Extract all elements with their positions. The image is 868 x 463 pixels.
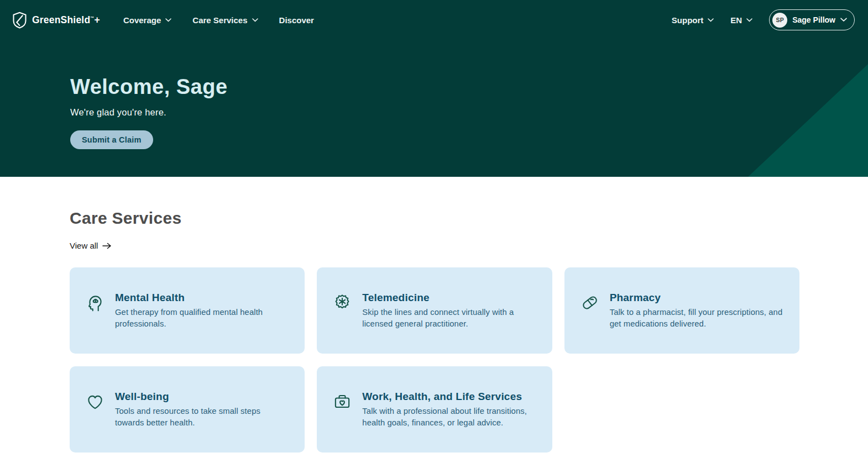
submit-claim-button[interactable]: Submit a Claim bbox=[70, 130, 153, 149]
top-navigation-bar: GreenShield™+ Coverage Care Services Dis… bbox=[0, 0, 868, 40]
chevron-down-icon bbox=[840, 18, 847, 22]
support-label: Support bbox=[672, 15, 704, 25]
shield-logo-icon bbox=[12, 12, 27, 29]
well-being-icon bbox=[85, 391, 106, 412]
support-menu[interactable]: Support bbox=[672, 15, 714, 25]
card-description: Tools and resources to take small steps … bbox=[115, 406, 289, 428]
care-services-section: Care Services View all Mental Health Get… bbox=[0, 209, 868, 453]
mental-health-icon bbox=[85, 292, 106, 313]
card-description: Skip the lines and connect virtually wit… bbox=[362, 307, 536, 329]
nav-item-care-services[interactable]: Care Services bbox=[192, 15, 258, 25]
primary-nav: Coverage Care Services Discover bbox=[123, 15, 314, 25]
view-all-link[interactable]: View all bbox=[70, 241, 111, 250]
arrow-right-icon bbox=[102, 243, 111, 249]
work-health-life-icon bbox=[332, 391, 353, 412]
nav-item-coverage[interactable]: Coverage bbox=[123, 15, 171, 25]
care-services-grid: Mental Health Get therapy from qualified… bbox=[70, 267, 799, 453]
card-pharmacy[interactable]: Pharmacy Talk to a pharmacist, fill your… bbox=[564, 267, 799, 354]
section-title: Care Services bbox=[70, 209, 799, 228]
card-telemedicine[interactable]: Telemedicine Skip the lines and connect … bbox=[317, 267, 552, 354]
card-mental-health[interactable]: Mental Health Get therapy from qualified… bbox=[70, 267, 305, 354]
card-title: Well-being bbox=[115, 391, 289, 403]
card-description: Talk to a pharmacist, fill your prescrip… bbox=[610, 307, 784, 329]
card-well-being[interactable]: Well-being Tools and resources to take s… bbox=[70, 366, 305, 453]
brand-logo[interactable]: GreenShield™+ bbox=[12, 12, 100, 29]
hero-title: Welcome, Sage bbox=[70, 75, 868, 99]
hero-banner: GreenShield™+ Coverage Care Services Dis… bbox=[0, 0, 868, 177]
telemedicine-icon bbox=[332, 292, 353, 313]
chevron-down-icon bbox=[746, 18, 752, 22]
nav-item-label: Discover bbox=[279, 15, 314, 25]
header-right-cluster: Support EN SP Sage Pillow bbox=[672, 9, 855, 30]
hero-subtitle: We're glad you're here. bbox=[70, 107, 868, 118]
card-description: Get therapy from qualified mental health… bbox=[115, 307, 289, 329]
chevron-down-icon bbox=[165, 18, 171, 22]
language-selector[interactable]: EN bbox=[730, 15, 752, 25]
card-work-health-life[interactable]: Work, Health, and Life Services Talk wit… bbox=[317, 366, 552, 453]
pharmacy-icon bbox=[579, 292, 600, 313]
user-account-menu[interactable]: SP Sage Pillow bbox=[769, 9, 855, 30]
nav-item-label: Coverage bbox=[123, 15, 161, 25]
avatar: SP bbox=[772, 13, 787, 28]
language-label: EN bbox=[730, 15, 742, 25]
card-title: Mental Health bbox=[115, 292, 289, 304]
chevron-down-icon bbox=[708, 18, 714, 22]
chevron-down-icon bbox=[252, 18, 258, 22]
card-title: Telemedicine bbox=[362, 292, 536, 304]
card-title: Work, Health, and Life Services bbox=[362, 391, 536, 403]
card-description: Talk with a professional about life tran… bbox=[362, 406, 536, 428]
view-all-label: View all bbox=[70, 241, 98, 250]
card-title: Pharmacy bbox=[610, 292, 784, 304]
nav-item-label: Care Services bbox=[192, 15, 247, 25]
brand-name: GreenShield™+ bbox=[32, 14, 100, 26]
user-name: Sage Pillow bbox=[792, 15, 835, 24]
hero-content: Welcome, Sage We're glad you're here. Su… bbox=[0, 40, 868, 149]
nav-item-discover[interactable]: Discover bbox=[279, 15, 314, 25]
